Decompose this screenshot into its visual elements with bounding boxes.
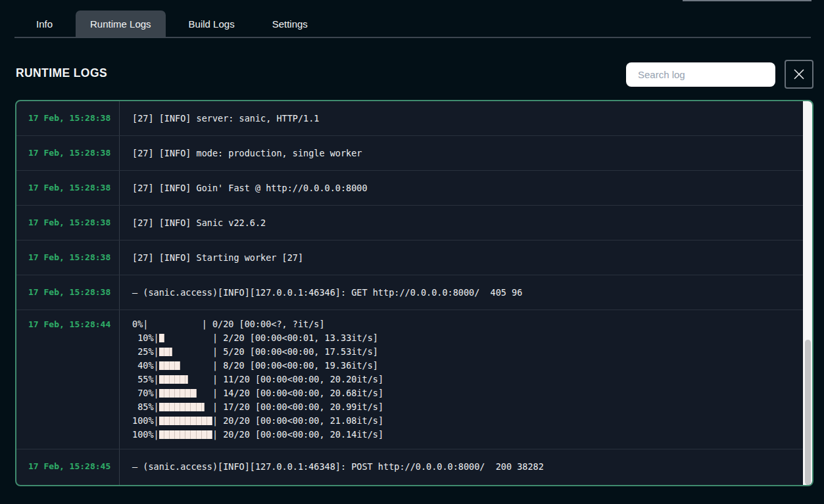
log-row: 17 Feb, 15:28:38— (sanic.access)[INFO][1… [16, 275, 812, 310]
progress-bar [159, 361, 212, 370]
log-row: 17 Feb, 15:28:38[27] [INFO] Goin' Fast @… [16, 171, 812, 206]
close-icon [793, 68, 805, 80]
log-message: — (sanic.access)[INFO][127.0.0.1:46348]:… [120, 449, 812, 485]
log-message: [27] [INFO] mode: production, single wor… [120, 136, 812, 170]
log-scrollbar-track[interactable] [803, 101, 812, 485]
log-timestamp: 17 Feb, 15:28:38 [16, 101, 120, 135]
log-timestamp: 17 Feb, 15:28:38 [16, 241, 120, 275]
log-message: [27] [INFO] Sanic v22.6.2 [120, 206, 812, 240]
tab-info[interactable]: Info [22, 11, 67, 37]
log-row: 17 Feb, 15:28:38[27] [INFO] mode: produc… [16, 136, 812, 171]
progress-bar [159, 430, 212, 439]
log-timestamp: 17 Feb, 15:28:38 [16, 171, 120, 205]
search-input[interactable] [626, 62, 775, 87]
progress-bar [159, 389, 212, 398]
tab-settings[interactable]: Settings [258, 11, 322, 37]
progress-line: 85%|| 17/20 [00:00<00:00, 20.99it/s] [132, 400, 812, 414]
log-timestamp: 17 Feb, 15:28:38 [16, 136, 120, 170]
log-row: 17 Feb, 15:28:45— (sanic.access)[INFO][1… [16, 449, 812, 485]
progress-line: 100%|| 20/20 [00:00<00:00, 21.08it/s] [132, 414, 812, 428]
progress-bar [159, 348, 212, 356]
progress-line: 25%|| 5/20 [00:00<00:00, 17.53it/s] [132, 345, 812, 359]
top-edge-artifact [683, 0, 812, 1]
progress-line: 40%|| 8/20 [00:00<00:00, 19.36it/s] [132, 359, 812, 373]
tab-build-logs[interactable]: Build Logs [174, 11, 249, 37]
progress-bar [159, 417, 212, 425]
progress-bar [159, 403, 212, 411]
page-title: RUNTIME LOGS [16, 66, 107, 80]
close-logs-button[interactable] [785, 60, 813, 89]
log-row: 17 Feb, 15:28:440%|| 0/20 [00:00<?, ?it/… [16, 310, 812, 449]
progress-line: 0%|| 0/20 [00:00<?, ?it/s] [132, 317, 812, 331]
log-message: [27] [INFO] Starting worker [27] [120, 241, 812, 275]
log-timestamp: 17 Feb, 15:28:44 [16, 310, 120, 449]
progress-line: 100%|| 20/20 [00:00<00:00, 20.14it/s] [132, 428, 812, 442]
log-timestamp: 17 Feb, 15:28:45 [16, 449, 120, 485]
tab-runtime-logs[interactable]: Runtime Logs [76, 11, 166, 37]
progress-line: 70%|| 14/20 [00:00<00:00, 20.68it/s] [132, 386, 812, 400]
progress-bar [148, 320, 201, 329]
tab-list: InfoRuntime LogsBuild LogsSettings [14, 11, 811, 38]
progress-bar [159, 334, 212, 342]
log-row: 17 Feb, 15:28:38[27] [INFO] server: sani… [16, 101, 812, 136]
progress-line: 10%|| 2/20 [00:00<00:01, 13.33it/s] [132, 331, 812, 345]
log-message: 0%|| 0/20 [00:00<?, ?it/s] 10%|| 2/20 [0… [120, 310, 812, 449]
log-row: 17 Feb, 15:28:38[27] [INFO] Sanic v22.6.… [16, 206, 812, 241]
progress-bar [159, 375, 212, 384]
log-table: 17 Feb, 15:28:38[27] [INFO] server: sani… [16, 101, 812, 485]
log-message: [27] [INFO] server: sanic, HTTP/1.1 [120, 101, 812, 135]
log-timestamp: 17 Feb, 15:28:38 [16, 275, 120, 309]
progress-line: 55%|| 11/20 [00:00<00:00, 20.20it/s] [132, 373, 812, 386]
log-scrollbar-thumb[interactable] [805, 340, 811, 485]
log-row: 17 Feb, 15:28:38[27] [INFO] Starting wor… [16, 241, 812, 275]
log-timestamp: 17 Feb, 15:28:38 [16, 206, 120, 240]
log-message: [27] [INFO] Goin' Fast @ http://0.0.0.0:… [120, 171, 812, 205]
runtime-log-panel: 17 Feb, 15:28:38[27] [INFO] server: sani… [15, 100, 813, 486]
log-message: — (sanic.access)[INFO][127.0.0.1:46346]:… [120, 275, 812, 309]
